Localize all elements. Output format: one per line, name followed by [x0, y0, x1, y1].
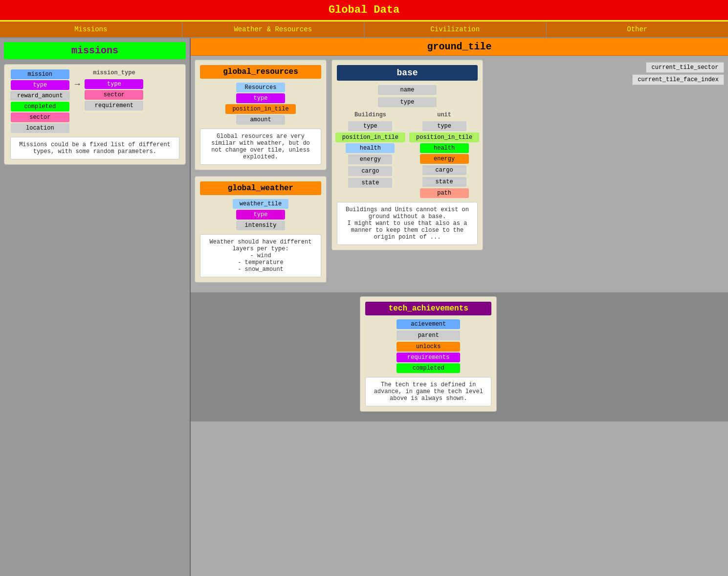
nav-tabs: Missions Weather & Resources Civilizatio…	[0, 22, 728, 38]
tech-note: The tech tree is defined in advance, in …	[365, 377, 491, 406]
units-energy: energy	[420, 154, 469, 164]
buildings-energy: energy	[348, 155, 392, 164]
bottom-left-empty	[195, 296, 327, 418]
mission-left-fields: mission type reward_amount completed sec…	[10, 69, 70, 133]
mission-type-field-requirement: requirement	[85, 101, 143, 111]
global-resources-title: global_resources	[200, 65, 321, 79]
right-panel: ground_tile global_resources Resources t…	[191, 38, 728, 576]
units-position: position_in_tile	[409, 133, 479, 142]
units-type: type	[422, 121, 466, 131]
weather-type: type	[236, 210, 285, 220]
mission-field-sector: sector	[11, 112, 69, 122]
base-entity-box: base name type Buildings type	[331, 60, 483, 250]
resources-sub-header: Resources	[200, 83, 321, 92]
base-buildings-units: Buildings type position_in_tile health e…	[337, 111, 478, 198]
units-health: health	[420, 143, 469, 153]
tech-parent: parent	[397, 331, 460, 340]
weather-intensity: intensity	[236, 221, 285, 230]
resources-position: position_in_tile	[225, 104, 295, 114]
mission-field-mission: mission	[11, 69, 69, 79]
base-title: base	[337, 65, 478, 81]
mission-type-fields: mission_type type sector requirement	[85, 69, 143, 111]
resources-note: Global resources are very similar with w…	[200, 129, 321, 165]
bottom-right-empty	[530, 296, 725, 418]
tech-achievements-box: tech_achievements acievement parent unlo…	[360, 296, 497, 412]
resources-amount: amount	[236, 115, 285, 125]
mission-note: Missions could be a fixed list of differ…	[10, 137, 179, 159]
base-top-fields: name type	[337, 85, 478, 108]
buildings-position: position_in_tile	[335, 133, 405, 142]
mission-arrow: →	[75, 69, 80, 89]
units-cargo: cargo	[422, 165, 466, 175]
buildings-cargo: cargo	[348, 166, 392, 176]
other-col: current_tile_sector current_tile_face_in…	[488, 60, 724, 288]
buildings-col: Buildings type position_in_tile health e…	[335, 111, 405, 198]
mission-inner: mission type reward_amount completed sec…	[10, 69, 179, 133]
buildings-health: health	[346, 143, 395, 153]
other-items: current_tile_sector current_tile_face_in…	[488, 62, 724, 85]
tab-other[interactable]: Other	[547, 22, 728, 37]
base-name: name	[378, 85, 437, 95]
resources-sub-label: Resources	[236, 83, 285, 92]
tab-missions[interactable]: Missions	[0, 22, 182, 37]
missions-panel: missions mission type reward_amount comp…	[0, 38, 191, 576]
units-col: unit type position_in_tile health energy…	[409, 111, 479, 198]
global-weather-box: global_weather weather_tile type intensi…	[195, 176, 327, 283]
content-area: missions mission type reward_amount comp…	[0, 38, 728, 576]
tech-achievements-col: tech_achievements acievement parent unlo…	[331, 296, 526, 418]
mission-type-field-type: type	[85, 79, 143, 89]
right-bottom-row: tech_achievements acievement parent unlo…	[191, 292, 728, 421]
resources-type: type	[236, 93, 285, 103]
mission-field-reward: reward_amount	[10, 91, 70, 101]
buildings-state: state	[348, 178, 392, 188]
units-header: unit	[437, 111, 451, 118]
mission-type-field-sector: sector	[85, 90, 143, 100]
mission-field-type: type	[11, 80, 69, 90]
other-current-tile-face: current_tile_face_index	[632, 74, 724, 85]
weather-note: Weather should have different layers per…	[200, 234, 321, 277]
ground-tile-banner: ground_tile	[191, 38, 728, 56]
civilization-col: base name type Buildings type	[331, 60, 483, 288]
tab-weather-resources[interactable]: Weather & Resources	[182, 22, 365, 37]
mission-field-completed: completed	[11, 102, 69, 111]
tech-completed: completed	[397, 363, 460, 373]
mission-type-header: mission_type	[93, 69, 135, 76]
weather-sub-label: weather_tile	[233, 199, 288, 209]
missions-title: missions	[4, 42, 186, 59]
tech-achievements-title: tech_achievements	[365, 302, 491, 315]
other-current-tile-sector: current_tile_sector	[646, 62, 724, 73]
weather-resources-col: global_resources Resources type position…	[195, 60, 327, 288]
global-header: Global Data	[0, 0, 728, 22]
right-top-row: global_resources Resources type position…	[191, 56, 728, 292]
mission-entity-box: mission type reward_amount completed sec…	[4, 64, 186, 165]
global-resources-box: global_resources Resources type position…	[195, 60, 327, 170]
buildings-header: Buildings	[354, 111, 386, 118]
tech-unlocks: unlocks	[397, 342, 460, 352]
tech-requirements: requirements	[397, 353, 460, 362]
tab-civilization[interactable]: Civilization	[364, 22, 547, 37]
units-state: state	[422, 177, 466, 187]
base-type: type	[378, 97, 437, 107]
global-weather-title: global_weather	[200, 181, 321, 195]
units-path: path	[420, 188, 469, 198]
mission-field-location: location	[11, 123, 69, 133]
global-header-title: Global Data	[329, 4, 399, 16]
tech-acievement: acievement	[397, 319, 460, 329]
buildings-type: type	[348, 121, 392, 131]
base-note: Buildings and Units cannot exist on grou…	[337, 202, 478, 245]
page-wrapper: Global Data Missions Weather & Resources…	[0, 0, 728, 576]
